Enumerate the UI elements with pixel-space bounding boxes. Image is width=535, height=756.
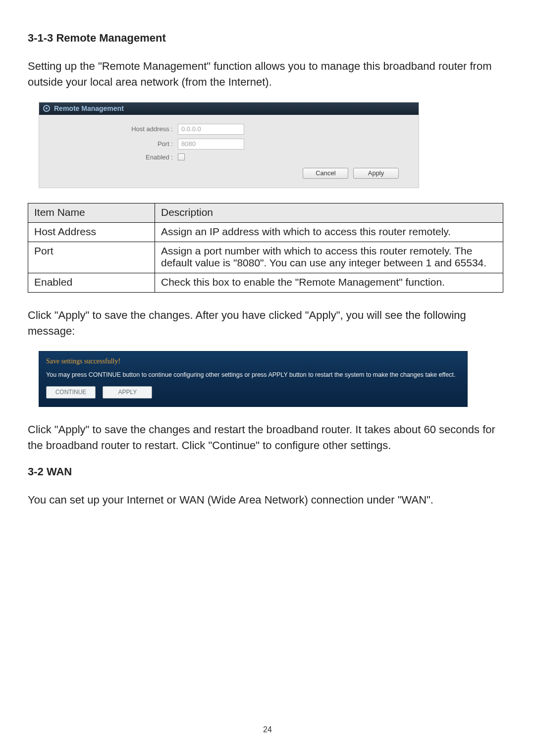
- cell-item-name: Host Address: [28, 222, 155, 242]
- host-address-label: Host address :: [49, 125, 178, 133]
- header-description: Description: [155, 203, 503, 222]
- enabled-checkbox[interactable]: [178, 153, 185, 160]
- port-label: Port :: [49, 140, 178, 148]
- save-settings-message: You may press CONTINUE button to continu…: [46, 370, 460, 380]
- cell-description: Assign a port number with which to acces…: [155, 242, 503, 273]
- save-settings-panel: Save settings successfully! You may pres…: [39, 351, 468, 407]
- port-row: Port :: [49, 139, 409, 150]
- apply-save-button[interactable]: APPLY: [103, 386, 152, 399]
- enabled-label: Enabled :: [49, 153, 178, 161]
- table-row: Port Assign a port number with which to …: [28, 242, 503, 273]
- panel-body: Host address : Port : Enabled : Cancel A…: [39, 115, 419, 188]
- section-heading-remote-management: 3-1-3 Remote Management: [28, 32, 507, 45]
- section-heading-wan: 3-2 WAN: [28, 465, 507, 478]
- bullet-icon: [43, 105, 50, 112]
- after-save-paragraph: Click "Apply" to save the changes and re…: [28, 422, 507, 454]
- cell-description: Assign an IP address with which to acces…: [155, 222, 503, 242]
- cancel-button[interactable]: Cancel: [303, 168, 348, 179]
- intro-paragraph: Setting up the "Remote Management" funct…: [28, 58, 507, 90]
- save-settings-title: Save settings successfully!: [46, 357, 460, 365]
- enabled-row: Enabled :: [49, 153, 409, 161]
- wan-paragraph: You can set up your Internet or WAN (Wid…: [28, 492, 507, 508]
- cell-description: Check this box to enable the "Remote Man…: [155, 273, 503, 292]
- cell-item-name: Enabled: [28, 273, 155, 292]
- host-address-row: Host address :: [49, 124, 409, 135]
- document-page: 3-1-3 Remote Management Setting up the "…: [0, 0, 535, 756]
- panel-button-row: Cancel Apply: [49, 165, 409, 181]
- header-item-name: Item Name: [28, 203, 155, 222]
- panel-header-title: Remote Management: [54, 104, 124, 112]
- port-input[interactable]: [178, 139, 244, 150]
- table-row: Host Address Assign an IP address with w…: [28, 222, 503, 242]
- host-address-input[interactable]: [178, 124, 244, 135]
- description-table: Item Name Description Host Address Assig…: [28, 203, 503, 293]
- panel-header: Remote Management: [39, 102, 419, 115]
- remote-management-panel: Remote Management Host address : Port : …: [39, 102, 419, 188]
- continue-button[interactable]: CONTINUE: [46, 386, 96, 399]
- after-table-paragraph: Click "Apply" to save the changes. After…: [28, 307, 507, 339]
- apply-button[interactable]: Apply: [353, 168, 399, 179]
- page-number: 24: [0, 725, 535, 734]
- table-header-row: Item Name Description: [28, 203, 503, 222]
- table-row: Enabled Check this box to enable the "Re…: [28, 273, 503, 292]
- cell-item-name: Port: [28, 242, 155, 273]
